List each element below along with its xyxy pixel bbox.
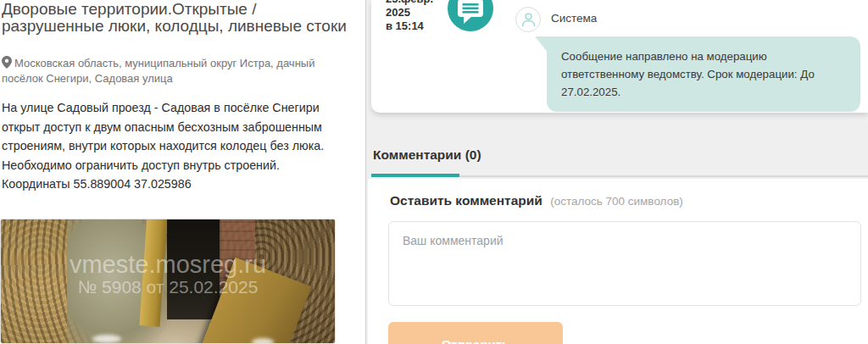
timeline-message-card: 25.февр. 2025 в 15:14 Система Сообщение …: [371, 0, 868, 113]
leave-comment-label: Оставить комментарий: [390, 193, 542, 208]
location-pin-icon: [2, 56, 12, 72]
tab-comments[interactable]: Комментарии (0): [373, 147, 481, 163]
message-date-line: 2025: [386, 6, 435, 19]
message-date-line: 25.февр.: [386, 0, 435, 6]
chat-bubble-icon: [448, 0, 493, 31]
issue-location-text: Московская область, муниципальный округ …: [2, 57, 314, 85]
message-date: 25.февр. 2025 в 15:14: [386, 0, 435, 33]
issue-location: Московская область, муниципальный округ …: [2, 56, 351, 86]
issue-panel: Дворовые территории.Открытые / разрушенн…: [0, 0, 366, 344]
comments-card: Оставить комментарий (осталось 700 симво…: [368, 179, 868, 344]
issue-photo[interactable]: vmeste.mosreg.ru № 5908 от 25.02.2025: [0, 219, 336, 344]
person-icon: [515, 7, 541, 32]
watermark-domain: vmeste.mosreg.ru: [1, 252, 335, 277]
photo-snow-patch: [92, 335, 121, 343]
photo-watermark: vmeste.mosreg.ru № 5908 от 25.02.2025: [1, 252, 335, 297]
message-bubble: Сообщение направлено на модерацию ответс…: [547, 36, 860, 112]
issue-title: Дворовые территории.Открытые / разрушенн…: [2, 1, 356, 35]
issue-description-text: На улице Садовый проезд - Садовая в посё…: [2, 101, 324, 172]
comment-input[interactable]: [388, 221, 861, 306]
message-text: Сообщение направлено на модерацию ответс…: [561, 50, 815, 98]
tab-active-indicator: [371, 174, 459, 177]
photo-snow-patch: [252, 338, 274, 344]
bubble-tail: [535, 36, 548, 53]
issue-coordinates: Координаты 55.889004 37.025986: [2, 175, 341, 194]
submit-comment-button[interactable]: Отправить: [388, 322, 563, 344]
leave-comment-heading: Оставить комментарий (осталось 700 симво…: [390, 193, 683, 208]
message-date-line: в 15:14: [386, 19, 435, 33]
issue-page: { "issue": { "title": "Дворовые территор…: [0, 0, 868, 344]
message-author: Система: [551, 12, 597, 25]
issue-description: На улице Садовый проезд - Садовая в посё…: [2, 98, 341, 194]
chars-remaining-label: (осталось 700 символов): [550, 195, 683, 208]
watermark-number: № 5908 от 25.02.2025: [1, 277, 335, 297]
